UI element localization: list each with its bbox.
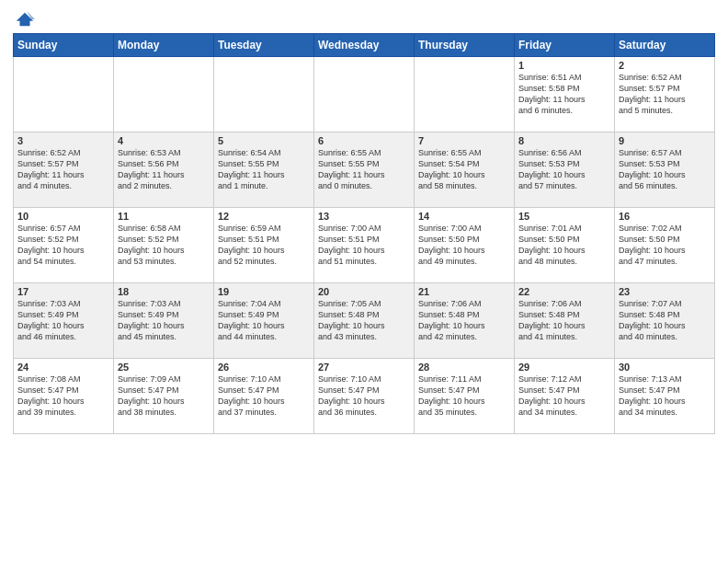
day-info: Sunrise: 7:00 AM Sunset: 5:50 PM Dayligh…: [418, 223, 510, 268]
day-number: 28: [418, 362, 510, 373]
day-info: Sunrise: 7:06 AM Sunset: 5:48 PM Dayligh…: [418, 298, 510, 343]
weekday-friday: Friday: [515, 34, 615, 57]
day-info: Sunrise: 6:52 AM Sunset: 5:57 PM Dayligh…: [619, 72, 711, 117]
day-cell: 19Sunrise: 7:04 AM Sunset: 5:49 PM Dayli…: [214, 283, 314, 359]
weekday-thursday: Thursday: [415, 34, 515, 57]
day-cell: [14, 57, 114, 132]
day-info: Sunrise: 6:51 AM Sunset: 5:58 PM Dayligh…: [518, 72, 610, 117]
weekday-sunday: Sunday: [14, 34, 114, 57]
day-cell: 22Sunrise: 7:06 AM Sunset: 5:48 PM Dayli…: [515, 283, 615, 359]
day-info: Sunrise: 7:04 AM Sunset: 5:49 PM Dayligh…: [218, 298, 310, 343]
day-cell: 26Sunrise: 7:10 AM Sunset: 5:47 PM Dayli…: [214, 359, 314, 434]
day-number: 1: [518, 60, 610, 71]
day-info: Sunrise: 6:55 AM Sunset: 5:54 PM Dayligh…: [418, 147, 510, 192]
day-cell: 24Sunrise: 7:08 AM Sunset: 5:47 PM Dayli…: [14, 359, 114, 434]
day-number: 17: [17, 286, 109, 297]
day-cell: 20Sunrise: 7:05 AM Sunset: 5:48 PM Dayli…: [314, 283, 415, 359]
day-cell: 16Sunrise: 7:02 AM Sunset: 5:50 PM Dayli…: [615, 208, 715, 283]
day-info: Sunrise: 7:02 AM Sunset: 5:50 PM Dayligh…: [619, 223, 711, 268]
day-info: Sunrise: 6:54 AM Sunset: 5:55 PM Dayligh…: [218, 147, 310, 192]
day-info: Sunrise: 7:13 AM Sunset: 5:47 PM Dayligh…: [619, 373, 711, 419]
day-cell: 13Sunrise: 7:00 AM Sunset: 5:51 PM Dayli…: [314, 208, 415, 283]
day-cell: 15Sunrise: 7:01 AM Sunset: 5:50 PM Dayli…: [515, 208, 615, 283]
day-number: 6: [318, 135, 410, 146]
day-cell: 18Sunrise: 7:03 AM Sunset: 5:49 PM Dayli…: [114, 283, 214, 359]
day-number: 8: [518, 135, 610, 146]
day-cell: 27Sunrise: 7:10 AM Sunset: 5:47 PM Dayli…: [314, 359, 415, 434]
day-number: 13: [318, 211, 410, 222]
week-row-1: 3Sunrise: 6:52 AM Sunset: 5:57 PM Daylig…: [14, 132, 715, 208]
day-number: 27: [318, 362, 410, 373]
day-cell: 28Sunrise: 7:11 AM Sunset: 5:47 PM Dayli…: [415, 359, 515, 434]
svg-marker-0: [17, 13, 33, 27]
day-number: 23: [619, 286, 711, 297]
day-info: Sunrise: 6:53 AM Sunset: 5:56 PM Dayligh…: [118, 147, 210, 192]
day-cell: 8Sunrise: 6:56 AM Sunset: 5:53 PM Daylig…: [515, 132, 615, 208]
day-info: Sunrise: 6:58 AM Sunset: 5:52 PM Dayligh…: [118, 223, 210, 268]
week-row-4: 24Sunrise: 7:08 AM Sunset: 5:47 PM Dayli…: [14, 359, 715, 434]
day-number: 2: [619, 60, 711, 71]
day-number: 11: [118, 211, 210, 222]
day-cell: 10Sunrise: 6:57 AM Sunset: 5:52 PM Dayli…: [14, 208, 114, 283]
week-row-2: 10Sunrise: 6:57 AM Sunset: 5:52 PM Dayli…: [14, 208, 715, 283]
day-number: 10: [17, 211, 109, 222]
day-cell: 12Sunrise: 6:59 AM Sunset: 5:51 PM Dayli…: [214, 208, 314, 283]
header: [13, 9, 715, 26]
week-row-3: 17Sunrise: 7:03 AM Sunset: 5:49 PM Dayli…: [14, 283, 715, 359]
logo-icon: [15, 9, 35, 29]
day-cell: 7Sunrise: 6:55 AM Sunset: 5:54 PM Daylig…: [415, 132, 515, 208]
day-info: Sunrise: 7:03 AM Sunset: 5:49 PM Dayligh…: [17, 298, 109, 343]
day-info: Sunrise: 7:08 AM Sunset: 5:47 PM Dayligh…: [17, 373, 109, 419]
day-info: Sunrise: 6:52 AM Sunset: 5:57 PM Dayligh…: [17, 147, 109, 192]
day-number: 4: [118, 135, 210, 146]
day-cell: 21Sunrise: 7:06 AM Sunset: 5:48 PM Dayli…: [415, 283, 515, 359]
calendar: SundayMondayTuesdayWednesdayThursdayFrid…: [13, 33, 715, 434]
weekday-tuesday: Tuesday: [214, 34, 314, 57]
day-number: 29: [518, 362, 610, 373]
day-number: 14: [418, 211, 510, 222]
week-row-0: 1Sunrise: 6:51 AM Sunset: 5:58 PM Daylig…: [14, 57, 715, 132]
day-cell: [214, 57, 314, 132]
day-info: Sunrise: 7:00 AM Sunset: 5:51 PM Dayligh…: [318, 223, 410, 268]
logo: [13, 9, 35, 26]
day-number: 26: [218, 362, 310, 373]
day-number: 25: [118, 362, 210, 373]
day-cell: 4Sunrise: 6:53 AM Sunset: 5:56 PM Daylig…: [114, 132, 214, 208]
day-cell: 23Sunrise: 7:07 AM Sunset: 5:48 PM Dayli…: [615, 283, 715, 359]
weekday-wednesday: Wednesday: [314, 34, 415, 57]
day-info: Sunrise: 7:01 AM Sunset: 5:50 PM Dayligh…: [518, 223, 610, 268]
day-cell: 2Sunrise: 6:52 AM Sunset: 5:57 PM Daylig…: [615, 57, 715, 132]
day-cell: 11Sunrise: 6:58 AM Sunset: 5:52 PM Dayli…: [114, 208, 214, 283]
day-info: Sunrise: 7:10 AM Sunset: 5:47 PM Dayligh…: [218, 373, 310, 419]
day-number: 20: [318, 286, 410, 297]
day-info: Sunrise: 7:07 AM Sunset: 5:48 PM Dayligh…: [619, 298, 711, 343]
day-number: 16: [619, 211, 711, 222]
day-info: Sunrise: 6:57 AM Sunset: 5:53 PM Dayligh…: [619, 147, 711, 192]
day-number: 24: [17, 362, 109, 373]
day-number: 22: [518, 286, 610, 297]
day-cell: 30Sunrise: 7:13 AM Sunset: 5:47 PM Dayli…: [615, 359, 715, 434]
day-info: Sunrise: 6:59 AM Sunset: 5:51 PM Dayligh…: [218, 223, 310, 268]
day-cell: 3Sunrise: 6:52 AM Sunset: 5:57 PM Daylig…: [14, 132, 114, 208]
day-number: 30: [619, 362, 711, 373]
weekday-saturday: Saturday: [615, 34, 715, 57]
day-info: Sunrise: 7:06 AM Sunset: 5:48 PM Dayligh…: [518, 298, 610, 343]
day-cell: [314, 57, 415, 132]
day-cell: [415, 57, 515, 132]
day-number: 5: [218, 135, 310, 146]
day-cell: 14Sunrise: 7:00 AM Sunset: 5:50 PM Dayli…: [415, 208, 515, 283]
day-info: Sunrise: 6:56 AM Sunset: 5:53 PM Dayligh…: [518, 147, 610, 192]
day-cell: 1Sunrise: 6:51 AM Sunset: 5:58 PM Daylig…: [515, 57, 615, 132]
day-info: Sunrise: 7:05 AM Sunset: 5:48 PM Dayligh…: [318, 298, 410, 343]
page-container: SundayMondayTuesdayWednesdayThursdayFrid…: [0, 0, 728, 563]
day-number: 21: [418, 286, 510, 297]
day-info: Sunrise: 7:12 AM Sunset: 5:47 PM Dayligh…: [518, 373, 610, 419]
day-info: Sunrise: 7:09 AM Sunset: 5:47 PM Dayligh…: [118, 373, 210, 419]
day-info: Sunrise: 6:55 AM Sunset: 5:55 PM Dayligh…: [318, 147, 410, 192]
day-number: 19: [218, 286, 310, 297]
day-cell: 29Sunrise: 7:12 AM Sunset: 5:47 PM Dayli…: [515, 359, 615, 434]
weekday-monday: Monday: [114, 34, 214, 57]
day-cell: 6Sunrise: 6:55 AM Sunset: 5:55 PM Daylig…: [314, 132, 415, 208]
day-info: Sunrise: 7:03 AM Sunset: 5:49 PM Dayligh…: [118, 298, 210, 343]
day-number: 7: [418, 135, 510, 146]
